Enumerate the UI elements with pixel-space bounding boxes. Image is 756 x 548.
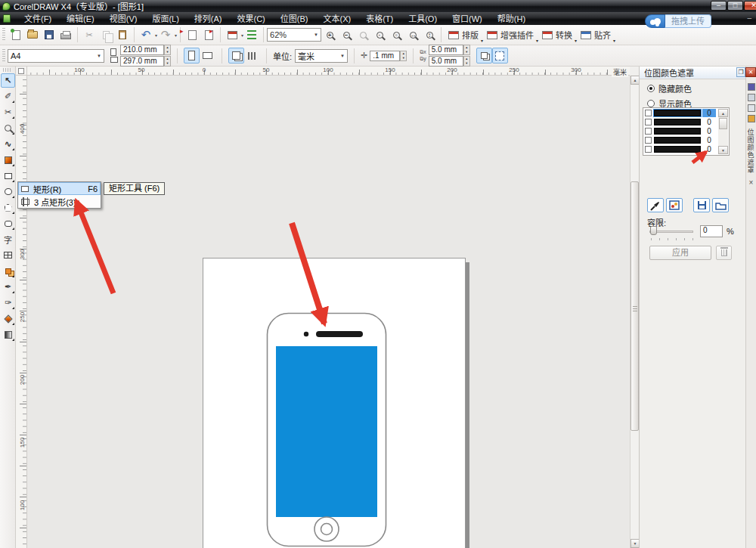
mask-color-row[interactable]: 0 [643, 117, 729, 126]
eyedropper-tool[interactable]: ✒ [1, 280, 15, 294]
menu-table[interactable]: 表格(T) [358, 12, 401, 25]
basic-shapes-tool[interactable] [1, 216, 15, 231]
maximize-button[interactable]: □ [727, 1, 743, 11]
zoom-tool[interactable] [1, 121, 15, 135]
nudge-input[interactable]: .1 mm [370, 51, 400, 61]
ellipse-tool[interactable] [1, 184, 15, 199]
zoom-all-button[interactable]: · [371, 26, 388, 43]
zoom-page-height-button[interactable]: ↕ [421, 26, 438, 43]
tolerance-slider-thumb[interactable] [650, 226, 657, 235]
horizontal-ruler[interactable]: 100 50 0 50 100 150 200 250 300 毫米 [27, 67, 630, 76]
open-mask-button[interactable] [712, 198, 729, 212]
interactive-blend-tool[interactable] [1, 264, 15, 278]
smart-fill-tool[interactable] [1, 153, 15, 167]
open-button[interactable] [24, 26, 41, 43]
fill-tool[interactable] [1, 311, 15, 326]
plugin-button[interactable]: 增强插件 [483, 26, 538, 43]
zoom-page-width-button[interactable]: ↔ [404, 26, 421, 43]
landscape-button[interactable] [200, 48, 215, 63]
docker-tab-close[interactable]: × [746, 178, 756, 187]
docker-tab-icon[interactable] [748, 94, 755, 101]
docker-float-button[interactable]: ❐ [736, 67, 745, 77]
scrollbar-thumb[interactable] [631, 181, 639, 431]
zoom-page-button[interactable]: ▫ [388, 26, 404, 43]
new-button[interactable] [8, 26, 24, 43]
color-picker-button[interactable] [647, 198, 664, 212]
menu-effects[interactable]: 效果(C) [230, 12, 273, 25]
row-checkbox[interactable] [645, 137, 652, 144]
cut-button[interactable]: ✂ [81, 26, 98, 43]
options-button[interactable] [243, 26, 260, 43]
zoom-out-button[interactable]: − [338, 26, 355, 43]
duplicate-x-input[interactable]: 5.0 mm [429, 45, 463, 55]
property-bar-grip[interactable] [2, 49, 5, 63]
flyout-item-3point-rectangle[interactable]: 3 点矩形(3) [18, 195, 101, 208]
minimize-button[interactable]: – [711, 1, 727, 11]
layout-button[interactable]: 排版 [445, 26, 482, 43]
pick-tool[interactable]: ↖ [1, 73, 15, 88]
undo-button[interactable]: ↶ [138, 26, 154, 43]
ruler-origin[interactable] [16, 67, 27, 76]
snap-button[interactable]: 贴齐 [577, 26, 615, 43]
docker-tab-label[interactable]: 位图颜色遮罩 [747, 128, 756, 174]
crop-tool[interactable]: ✂ [1, 105, 15, 119]
import-button[interactable]: ▸ [184, 26, 200, 43]
freehand-tool[interactable]: ∿ [1, 137, 15, 151]
snap-dropdown[interactable]: ▾ [613, 38, 615, 43]
docker-tab-icon[interactable] [748, 104, 755, 112]
mask-color-row[interactable]: 0 [643, 108, 729, 117]
apply-button[interactable]: 应用 [649, 246, 711, 260]
phone-speaker-bar[interactable] [316, 331, 363, 337]
portrait-button[interactable] [184, 48, 200, 63]
all-pages-button[interactable] [228, 48, 244, 63]
docker-tab-icon[interactable] [748, 83, 755, 91]
paper-height-spinner[interactable]: ▲▼ [164, 56, 171, 67]
zoom-in-button[interactable]: + [321, 26, 338, 43]
redo-button[interactable]: ↷ [157, 26, 174, 43]
polygon-tool[interactable] [1, 200, 15, 215]
shape-tool[interactable]: ✐ [1, 89, 15, 104]
paper-height-input[interactable]: 297.0 mm [120, 56, 164, 67]
list-scroll-thumb[interactable] [719, 118, 727, 129]
drag-upload-button[interactable]: 拖拽上传 [645, 14, 711, 28]
hide-colors-radio[interactable]: 隐藏颜色 [647, 82, 745, 94]
delete-mask-button[interactable] [716, 246, 732, 260]
drawing-canvas[interactable] [27, 76, 630, 548]
phone-home-button-inner[interactable] [321, 524, 333, 535]
mask-color-list[interactable]: 0 0 0 0 0 ▲ ▼ [643, 107, 730, 156]
units-combobox[interactable]: 毫米 ▼ [295, 49, 348, 63]
menu-view[interactable]: 视图(V) [102, 12, 145, 25]
duplicate-y-input[interactable]: 5.0 mm [429, 56, 463, 67]
color-list-scrollbar[interactable]: ▲ ▼ [718, 109, 728, 154]
menu-bitmaps[interactable]: 位图(B) [273, 12, 316, 25]
zoom-level-combobox[interactable]: 62% ▼ [267, 28, 321, 42]
print-button[interactable] [57, 26, 74, 43]
save-mask-button[interactable] [693, 198, 710, 212]
menu-edit[interactable]: 编辑(E) [59, 12, 102, 25]
duplicate-y-spinner[interactable]: ▲▼ [463, 56, 470, 67]
menu-tools[interactable]: 工具(O) [401, 12, 445, 25]
nudge-spinner[interactable]: ▲▼ [400, 51, 407, 61]
phone-screen[interactable] [276, 346, 377, 517]
tolerance-input[interactable]: 0 [700, 225, 723, 237]
list-scroll-up[interactable]: ▲ [718, 109, 728, 117]
edit-color-button[interactable] [666, 198, 683, 212]
close-button[interactable]: ✕ [744, 1, 756, 11]
text-tool[interactable]: 字 [1, 232, 15, 246]
treat-as-filled-button[interactable] [476, 48, 492, 63]
docker-title-bar[interactable]: 位图颜色遮罩 » [640, 67, 745, 79]
save-button[interactable] [41, 26, 57, 43]
flyout-item-rectangle[interactable]: 矩形(R) F6 [18, 182, 101, 195]
menu-help[interactable]: 帮助(H) [490, 12, 533, 25]
menu-text[interactable]: 文本(X) [315, 12, 358, 25]
row-checkbox[interactable] [645, 128, 652, 135]
table-tool[interactable] [1, 248, 15, 262]
paste-button[interactable] [114, 26, 131, 43]
copy-button[interactable] [98, 26, 114, 43]
vertical-ruler[interactable]: 400 350 300 250 200 150 100 [16, 76, 27, 548]
canvas-vertical-scrollbar[interactable]: ▲ ▼ [630, 76, 639, 548]
row-checkbox[interactable] [645, 146, 652, 153]
toolbox-grip[interactable] [3, 68, 12, 72]
phone-drawing[interactable] [266, 312, 387, 548]
menu-arrange[interactable]: 排列(A) [187, 12, 230, 25]
